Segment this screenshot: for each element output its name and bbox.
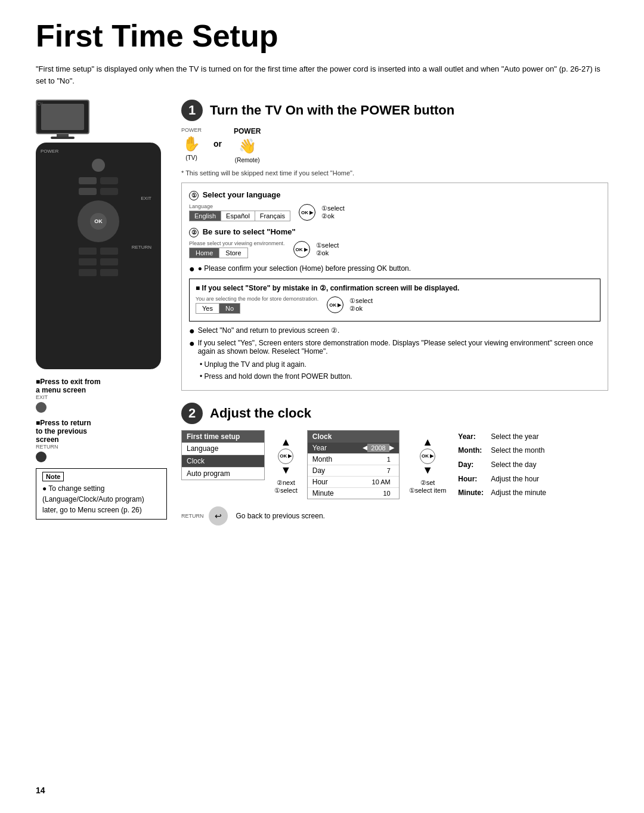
bullet-2-text: If you select "Yes", Screen enters store… <box>198 339 600 356</box>
ok-btn-nav1[interactable]: OK ▶ <box>278 449 293 464</box>
substep-1: ① Select your language Language English … <box>189 190 600 221</box>
nav2-area: ▲ OK ▶ ▼ ②set ①select item <box>409 430 447 494</box>
page-title: First Time Setup <box>36 18 608 54</box>
press-return-text: ■Press to return <box>36 419 91 427</box>
nav1-next-label: ②next <box>277 479 295 487</box>
return-small-label: RETURN <box>181 513 204 519</box>
clock-value-month: 1 <box>383 455 394 463</box>
substep-2-title: ② Be sure to select "Home" <box>189 227 600 237</box>
clock-value-year: 2008 <box>367 444 389 452</box>
confirm-note: ● ● Please confirm your selection (Home)… <box>189 264 600 274</box>
note-box: Note ● To change setting (Language/Clock… <box>36 468 167 520</box>
press-return-text3: screen <box>36 435 91 444</box>
menu-item-language: Language <box>182 443 264 455</box>
day-label-row: Day: Select the day <box>456 458 549 472</box>
hs-prompt: Please select your viewing environment. <box>189 240 285 246</box>
hs-ok-btn: OK ▶ <box>293 241 310 258</box>
bullet-dot-1: ● <box>189 326 195 336</box>
return-note: Go back to previous screen. <box>236 512 325 520</box>
press-return-text2: to the previous <box>36 427 91 435</box>
hour-val: Adjust the hour <box>488 472 549 487</box>
note-title: Note <box>42 472 160 481</box>
note-label: Note <box>42 472 64 481</box>
lang-espanol: Español <box>221 211 255 221</box>
clock-row-minute: Minute 10 <box>308 488 399 499</box>
store-ok-label: ②ok <box>349 305 373 313</box>
power-remote: POWER 👋 (Remote) <box>234 127 261 163</box>
ok-circle-store: OK ▶ <box>327 296 343 313</box>
year-val: Select the year <box>488 430 549 444</box>
note-content: ● To change setting (Language/Clock/Auto… <box>42 483 160 515</box>
section-2-title: Adjust the clock <box>210 406 311 421</box>
lang-ok-label: ②ok <box>321 212 345 220</box>
store-confirm-row: You are selecting the mode for store dem… <box>196 296 594 314</box>
hs-select-label: ①select <box>316 242 339 249</box>
section-1-number: 1 <box>181 100 203 121</box>
lang-menu: English Español Français <box>189 211 290 221</box>
press-exit-note: ■Press to exit from a menu screen EXIT <box>36 378 167 413</box>
hs-home: Home <box>190 248 219 258</box>
day-key: Day: <box>456 458 488 472</box>
nav2-set-label: ②set <box>420 479 435 487</box>
store-warning-title: ■ If you select "Store" by mistake in ②,… <box>196 284 594 292</box>
intro-text: "First time setup" is displayed only whe… <box>36 63 608 86</box>
lang-box-title: Language <box>189 203 290 209</box>
nav1-down-arrow: ▼ <box>280 464 291 477</box>
substep-1-label: Select your language <box>203 190 281 199</box>
sub-bullet-1: • Unplug the TV and plug it again. <box>200 358 600 370</box>
store-select-label: ①select <box>349 297 373 305</box>
clock-value-hour: 10 AM <box>369 478 394 486</box>
clock-row-day: Day 7 <box>308 465 399 477</box>
ok-circle-hs: OK ▶ <box>293 241 310 258</box>
clock-label-minute: Minute <box>312 489 380 497</box>
nav2-down-arrow: ▼ <box>422 464 433 477</box>
first-time-menu-area: First time setup Language Clock Auto pro… <box>181 430 265 480</box>
page-number: 14 <box>36 786 45 795</box>
hs-store: Store <box>219 248 247 258</box>
return-icon: ↩ <box>209 506 228 525</box>
clock-header: Clock <box>308 431 399 443</box>
yn-no: No <box>219 304 240 313</box>
minute-label-row: Minute: Adjust the minute <box>456 486 549 500</box>
minute-key: Minute: <box>456 486 488 500</box>
hour-label-row: Hour: Adjust the hour <box>456 472 549 487</box>
power-tv: POWER ✋ (TV) <box>181 127 202 161</box>
return-button-icon <box>36 452 47 462</box>
menu-item-clock: Clock <box>182 455 264 468</box>
homestore-box: Please select your viewing environment. … <box>189 240 285 258</box>
power-small-label: POWER <box>181 127 202 133</box>
hs-instructions: ①select ②ok <box>316 242 339 257</box>
power-label-remote: POWER <box>41 149 58 154</box>
substep-2-number: ② <box>189 228 199 237</box>
first-time-header: First time setup <box>182 431 264 443</box>
remote-label: (Remote) <box>235 157 260 163</box>
section-1-title: Turn the TV On with the POWER button <box>210 103 454 118</box>
exit-label: EXIT <box>141 196 151 201</box>
homestore-menu: Home Store <box>189 248 248 258</box>
remote-illustration: POWER EXIT OK RETURN <box>36 143 161 369</box>
store-ok-btn: OK ▶ <box>327 296 343 313</box>
clock-label-hour: Hour <box>312 478 369 486</box>
first-time-menu: First time setup Language Clock Auto pro… <box>181 430 265 480</box>
store-instructions: ①select ②ok <box>349 297 373 313</box>
clock-value-day: 7 <box>383 466 394 475</box>
menu-item-auto-program: Auto program <box>182 468 264 480</box>
nav2-select-label: ①select item <box>409 487 447 494</box>
press-exit-text: ■Press to exit from <box>36 378 101 386</box>
clock-label-month: Month <box>312 455 383 463</box>
nav1-select-label: ①select <box>274 487 298 494</box>
exit-btn-label: EXIT <box>36 394 101 400</box>
ok-btn-nav2[interactable]: OK ▶ <box>420 449 435 464</box>
hs-ok-label: ②ok <box>316 249 339 257</box>
bullet-2: ● If you select "Yes", Screen enters sto… <box>189 339 600 356</box>
section-1: 1 Turn the TV On with the POWER button P… <box>181 100 608 391</box>
clock-label-day: Day <box>312 466 383 475</box>
homestore-menu-row: Please select your viewing environment. … <box>189 240 600 258</box>
clock-row-month: Month 1 <box>308 454 399 465</box>
bullet-confirm: ● <box>189 264 195 274</box>
nav1-up-arrow: ▲ <box>280 436 291 449</box>
bullet-1-text: Select "No" and return to previous scree… <box>198 326 340 335</box>
ok-button[interactable]: OK <box>90 213 107 230</box>
sub-bullets: • Unplug the TV and plug it again. • Pre… <box>189 358 600 383</box>
year-label-row: Year: Select the year <box>456 430 549 444</box>
